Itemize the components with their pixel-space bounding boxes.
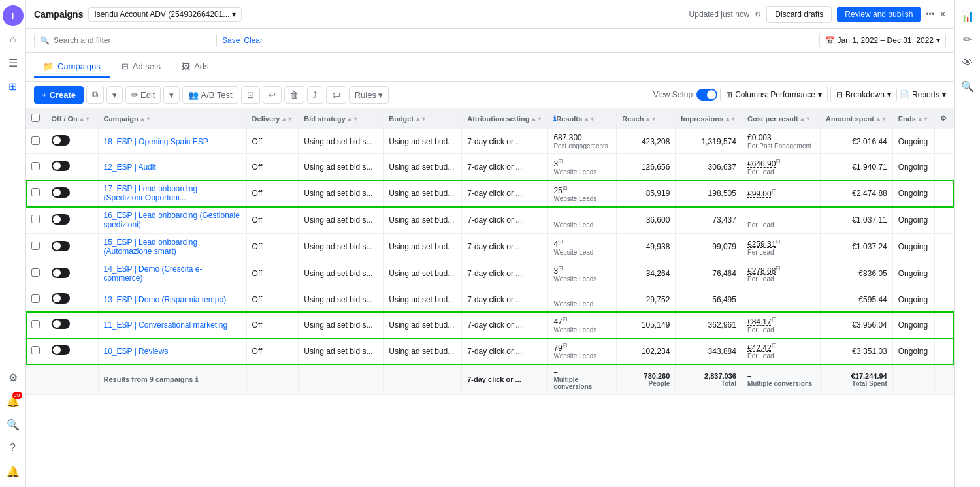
th-cost-sort[interactable]: Cost per result ▲▼: [747, 115, 815, 123]
campaign-name-link[interactable]: 16_ESP | Lead onboarding (Gestionale spe…: [104, 211, 240, 229]
row-toggle-cell[interactable]: [46, 129, 98, 154]
save-filter-button[interactable]: Save: [222, 36, 240, 45]
row-toggle-cell[interactable]: [46, 234, 98, 260]
move-button[interactable]: ⤴: [307, 86, 323, 104]
th-ends-sort[interactable]: Ends ▲▼: [898, 115, 929, 123]
chart-icon[interactable]: 📊: [957, 5, 978, 26]
campaign-name-link[interactable]: 15_ESP | Lead onboarding (Automazione sm…: [104, 238, 198, 256]
campaign-name-link[interactable]: 13_ESP | Demo (Risparmia tempo): [104, 295, 227, 304]
alert-icon[interactable]: 🔔: [3, 461, 24, 482]
tag-button[interactable]: 🏷: [326, 86, 346, 104]
tab-campaigns[interactable]: 📁 Campaigns: [34, 56, 110, 78]
search-input[interactable]: [54, 36, 211, 45]
row-checkbox[interactable]: [31, 346, 40, 354]
th-impressions-sort[interactable]: Impressions ▲▼: [681, 115, 736, 123]
row-toggle-cell[interactable]: [46, 207, 98, 234]
row-checkbox[interactable]: [31, 136, 40, 145]
select-all-checkbox[interactable]: [31, 114, 40, 122]
th-amount-sort[interactable]: Amount spent ▲▼: [826, 115, 887, 123]
row-checkbox[interactable]: [31, 242, 40, 250]
row-checkbox-cell[interactable]: [26, 312, 46, 338]
row-toggle-cell[interactable]: [46, 180, 98, 207]
th-results-sort[interactable]: ℹ Results ▲▼: [553, 114, 611, 123]
tab-adsets[interactable]: ⊞ Ad sets: [112, 56, 170, 78]
search-box[interactable]: 🔍: [34, 33, 217, 48]
create-button[interactable]: + Create: [34, 86, 84, 104]
row-toggle-cell[interactable]: [46, 338, 98, 364]
th-bid-sort[interactable]: Bid strategy ▲▼: [304, 115, 378, 123]
duplicate-button[interactable]: ⧉: [86, 86, 104, 104]
close-icon[interactable]: ✕: [939, 10, 946, 19]
row-checkbox[interactable]: [31, 215, 40, 223]
clear-filter-button[interactable]: Clear: [244, 36, 263, 45]
grid-icon[interactable]: ⊞: [3, 76, 24, 97]
row-toggle-cell[interactable]: [46, 154, 98, 180]
th-attribution-sort[interactable]: Attribution setting ▲▼: [467, 115, 542, 123]
row-toggle[interactable]: [52, 293, 70, 304]
reports-button[interactable]: 📄 Reports ▾: [900, 90, 946, 99]
ab-test-button[interactable]: 👥 A/B Test: [182, 86, 238, 104]
more-options-icon[interactable]: •••: [926, 10, 934, 19]
edit-chevron-button[interactable]: ▾: [163, 86, 180, 104]
home-icon[interactable]: ⌂: [3, 29, 24, 50]
row-toggle[interactable]: [52, 241, 70, 251]
row-toggle[interactable]: [52, 268, 70, 278]
campaign-name-link[interactable]: 11_ESP | Conversational marketing: [104, 321, 228, 330]
view-setup-toggle[interactable]: [696, 89, 717, 101]
search-icon-right[interactable]: 🔍: [957, 76, 978, 97]
campaign-name-link[interactable]: 14_ESP | Demo (Crescita e-commerce): [104, 264, 203, 283]
settings-icon[interactable]: ⚙: [3, 367, 24, 388]
discard-drafts-button[interactable]: Discard drafts: [766, 6, 832, 23]
row-toggle[interactable]: [52, 319, 70, 329]
summary-info-icon[interactable]: ℹ: [195, 375, 198, 383]
th-settings[interactable]: ⚙: [934, 108, 954, 129]
row-toggle-cell[interactable]: [46, 260, 98, 287]
row-toggle-cell[interactable]: [46, 287, 98, 312]
tab-ads[interactable]: 🖼 Ads: [172, 56, 218, 78]
row-checkbox[interactable]: [31, 188, 40, 196]
th-campaign-sort[interactable]: Campaign ▲▼: [104, 115, 241, 123]
th-delivery-sort[interactable]: Delivery ▲▼: [252, 115, 293, 123]
breakdown-button[interactable]: ⊟ Breakdown ▾: [830, 87, 897, 102]
row-toggle[interactable]: [52, 187, 70, 198]
undo-button[interactable]: ↩: [263, 86, 282, 104]
th-reach-sort[interactable]: Reach ▲▼: [622, 115, 670, 123]
row-checkbox-cell[interactable]: [26, 207, 46, 234]
rules-button[interactable]: Rules ▾: [349, 86, 389, 104]
th-off-on-sort[interactable]: Off / On ▲▼: [52, 115, 93, 123]
avatar[interactable]: I: [3, 5, 24, 26]
select-all-header[interactable]: [26, 108, 46, 129]
row-checkbox-cell[interactable]: [26, 129, 46, 154]
row-toggle[interactable]: [52, 161, 70, 171]
row-toggle[interactable]: [52, 214, 70, 225]
campaign-name-link[interactable]: 18_ESP | Opening Spain ESP: [104, 137, 208, 146]
row-checkbox-cell[interactable]: [26, 234, 46, 260]
row-checkbox-cell[interactable]: [26, 260, 46, 287]
row-checkbox[interactable]: [31, 294, 40, 303]
row-toggle[interactable]: [52, 135, 70, 146]
columns-button[interactable]: ⊞ Columns: Performance ▾: [720, 87, 828, 102]
edit-icon-right[interactable]: ✏: [957, 29, 978, 50]
campaign-name-link[interactable]: 10_ESP | Reviews: [104, 347, 169, 356]
duplicate-chevron-button[interactable]: ▾: [106, 86, 123, 104]
row-checkbox[interactable]: [31, 162, 40, 170]
row-toggle-cell[interactable]: [46, 312, 98, 338]
row-checkbox-cell[interactable]: [26, 180, 46, 207]
row-toggle[interactable]: [52, 345, 70, 355]
campaign-name-link[interactable]: 12_ESP | Audit: [104, 163, 156, 172]
date-range-selector[interactable]: 📅 Jan 1, 2022 – Dec 31, 2022 ▾: [819, 33, 946, 48]
edit-button[interactable]: ✏ Edit: [125, 86, 161, 104]
delete-button[interactable]: 🗑: [284, 86, 304, 104]
row-checkbox[interactable]: [31, 268, 40, 277]
help-icon[interactable]: ?: [3, 437, 24, 458]
row-checkbox-cell[interactable]: [26, 154, 46, 180]
menu-icon[interactable]: ☰: [3, 52, 24, 73]
row-checkbox-cell[interactable]: [26, 338, 46, 364]
th-budget-sort[interactable]: Budget ▲▼: [389, 115, 456, 123]
refresh-icon[interactable]: ↻: [755, 10, 761, 19]
row-checkbox[interactable]: [31, 320, 40, 328]
eye-icon[interactable]: 👁: [957, 52, 978, 73]
row-checkbox-cell[interactable]: [26, 287, 46, 312]
archive-button[interactable]: ⊡: [241, 86, 260, 104]
search-icon[interactable]: 🔍: [3, 414, 24, 435]
